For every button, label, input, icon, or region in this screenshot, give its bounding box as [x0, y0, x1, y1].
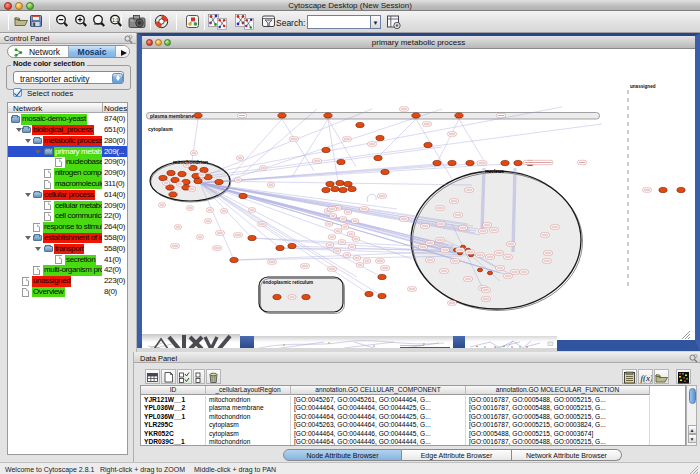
- svg-text:plasma membrane: plasma membrane: [150, 113, 194, 119]
- svg-text:cytoplasm: cytoplasm: [148, 126, 173, 132]
- svg-text:f(x): f(x): [641, 373, 653, 383]
- svg-text:mitochondrion: mitochondrion: [173, 159, 208, 165]
- svg-text:1:1: 1:1: [112, 18, 119, 23]
- svg-text:nucleus: nucleus: [485, 168, 504, 174]
- svg-text:endoplasmic reticulum: endoplasmic reticulum: [263, 280, 313, 285]
- svg-text:unassigned: unassigned: [630, 84, 656, 89]
